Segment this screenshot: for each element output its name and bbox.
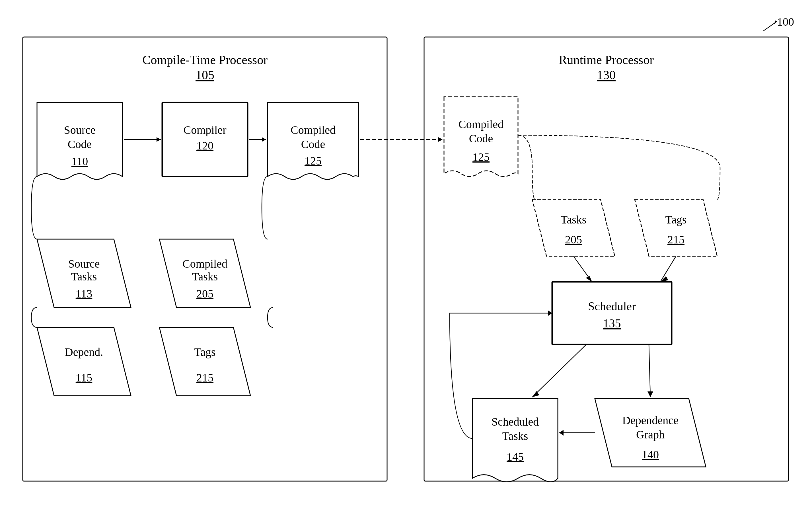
scheduled-tasks-label2: Tasks bbox=[502, 430, 528, 443]
svg-marker-14 bbox=[438, 137, 442, 142]
svg-marker-26 bbox=[647, 392, 653, 397]
compiled-tasks-label2: Tasks bbox=[192, 270, 218, 283]
source-code-label2: Code bbox=[68, 138, 92, 151]
svg-marker-7 bbox=[262, 137, 266, 142]
ref-number: 100 bbox=[777, 16, 794, 28]
source-tasks-number: 113 bbox=[76, 287, 92, 300]
rt-compiled-code-label2: Code bbox=[469, 132, 493, 145]
compiler-label: Compiler bbox=[183, 123, 226, 136]
rt-compiled-code-label: Compiled bbox=[459, 118, 503, 131]
svg-marker-5 bbox=[156, 137, 161, 142]
svg-marker-1 bbox=[774, 21, 777, 24]
svg-marker-16 bbox=[635, 199, 717, 256]
compiled-code-left-label: Compiled bbox=[291, 123, 336, 136]
depend-number: 115 bbox=[76, 371, 92, 384]
source-tasks-label: Source bbox=[68, 257, 99, 270]
svg-line-25 bbox=[649, 344, 650, 397]
dep-graph-number: 140 bbox=[642, 448, 659, 461]
rt-tasks-label: Tasks bbox=[561, 213, 587, 226]
svg-marker-29 bbox=[548, 310, 552, 316]
rt-tasks-number: 205 bbox=[565, 233, 582, 246]
svg-marker-10 bbox=[37, 327, 131, 396]
svg-line-18 bbox=[574, 256, 592, 282]
svg-marker-24 bbox=[532, 391, 539, 397]
source-code-number: 110 bbox=[71, 155, 88, 168]
left-tags-label: Tags bbox=[194, 346, 216, 359]
scheduler-number: 135 bbox=[603, 317, 621, 330]
scheduler-label: Scheduler bbox=[588, 300, 636, 313]
source-code-label: Source bbox=[64, 123, 95, 136]
svg-marker-21 bbox=[660, 276, 668, 282]
compiler-number: 120 bbox=[196, 139, 213, 152]
svg-marker-19 bbox=[586, 276, 592, 282]
svg-rect-12 bbox=[424, 37, 788, 481]
compiled-tasks-label: Compiled bbox=[182, 257, 227, 270]
svg-line-20 bbox=[660, 256, 676, 282]
scheduled-tasks-label: Scheduled bbox=[492, 415, 539, 428]
dep-graph-label: Dependence bbox=[622, 414, 678, 427]
svg-rect-2 bbox=[23, 37, 387, 481]
svg-marker-15 bbox=[532, 199, 615, 256]
left-tags-number: 215 bbox=[196, 371, 213, 384]
svg-rect-3 bbox=[162, 103, 248, 176]
runtime-number: 130 bbox=[597, 68, 616, 82]
source-tasks-label2: Tasks bbox=[71, 270, 97, 283]
dep-graph-label2: Graph bbox=[636, 428, 665, 441]
svg-line-0 bbox=[763, 21, 777, 31]
scheduled-tasks-number: 145 bbox=[506, 450, 524, 463]
svg-line-23 bbox=[532, 344, 586, 397]
compiled-code-left-number: 125 bbox=[304, 154, 322, 167]
rt-compiled-code-number: 125 bbox=[472, 151, 490, 163]
runtime-title: Runtime Processor bbox=[559, 53, 654, 67]
rt-tags-label: Tags bbox=[665, 213, 687, 226]
svg-marker-22 bbox=[595, 399, 706, 467]
depend-label: Depend. bbox=[65, 346, 103, 359]
svg-marker-28 bbox=[559, 430, 563, 435]
svg-marker-11 bbox=[160, 327, 251, 396]
svg-rect-17 bbox=[552, 282, 672, 344]
svg-marker-9 bbox=[160, 239, 251, 308]
compiled-code-left-label2: Code bbox=[301, 138, 325, 151]
compiled-tasks-number: 205 bbox=[196, 287, 213, 300]
svg-marker-8 bbox=[37, 239, 131, 308]
compile-time-number: 105 bbox=[196, 68, 214, 82]
compile-time-title: Compile-Time Processor bbox=[142, 53, 267, 67]
rt-tags-number: 215 bbox=[667, 233, 685, 246]
